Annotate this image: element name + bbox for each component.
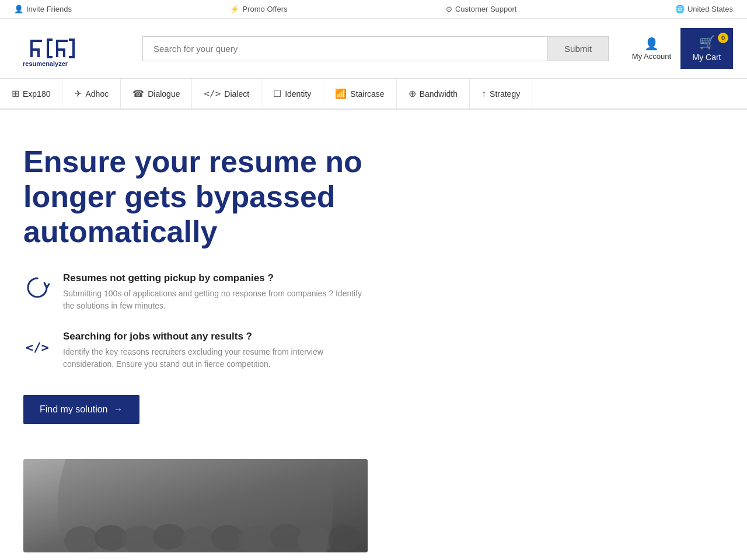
graduation-image xyxy=(23,459,368,552)
submit-button[interactable]: Submit xyxy=(547,36,609,61)
search-area: Submit xyxy=(142,36,609,61)
nav-bar: ⊞ Exp180 ✈ Adhoc ☎ Dialogue </> Dialect … xyxy=(0,79,747,110)
nav-item-strategy[interactable]: ↑ Strategy xyxy=(470,79,532,108)
feature-item-2: </> Searching for jobs without any resul… xyxy=(23,331,374,370)
adhoc-icon: ✈ xyxy=(74,88,82,99)
svg-rect-13 xyxy=(69,56,75,58)
feature-2-description: Identify the key reasons recruiters excl… xyxy=(63,346,374,370)
find-solution-button[interactable]: Find my solution → xyxy=(23,395,139,424)
region-selector[interactable]: 🌐 United States xyxy=(675,5,733,13)
promo-offers-link[interactable]: ⚡ Promo Offers xyxy=(230,5,287,13)
promo-icon: ⚡ xyxy=(230,5,239,13)
header-actions: 👤 My Account 0 🛒 My Cart xyxy=(632,28,733,69)
cart-label: My Cart xyxy=(693,52,721,62)
svg-rect-8 xyxy=(56,40,68,42)
svg-text:</>: </> xyxy=(26,340,49,355)
staircase-icon: 📶 xyxy=(335,88,347,99)
dialogue-icon: ☎ xyxy=(132,88,144,99)
feature-1-description: Submitting 100s of applications and gett… xyxy=(63,288,374,312)
feature-1-heading: Resumes not getting pickup by companies … xyxy=(63,272,374,284)
svg-rect-16 xyxy=(23,459,368,552)
svg-point-26 xyxy=(328,525,361,551)
svg-rect-1 xyxy=(30,40,42,42)
bandwidth-icon: ⊕ xyxy=(409,88,416,99)
nav-item-dialogue-label: Dialogue xyxy=(148,89,180,99)
svg-rect-11 xyxy=(72,38,75,58)
nav-item-adhoc[interactable]: ✈ Adhoc xyxy=(62,79,121,108)
svg-point-17 xyxy=(64,526,99,552)
hero-section: Ensure your resume no longer gets bypass… xyxy=(0,110,397,447)
cta-label: Find my solution xyxy=(40,404,108,415)
globe-icon: 🌐 xyxy=(675,5,685,13)
hero-title: Ensure your resume no longer gets bypass… xyxy=(23,145,374,249)
nav-item-identity[interactable]: ☐ Identity xyxy=(261,79,323,108)
svg-rect-5 xyxy=(47,38,53,41)
feature-2-heading: Searching for jobs without any results ? xyxy=(63,331,374,342)
svg-point-22 xyxy=(211,525,244,551)
feature-1-icon xyxy=(23,274,51,302)
nav-item-identity-label: Identity xyxy=(285,89,311,99)
nav-item-bandwidth-label: Bandwidth xyxy=(420,89,458,99)
my-account-link[interactable]: 👤 My Account xyxy=(632,37,671,61)
header: resumenalyzer Submit 👤 My Account 0 🛒 My… xyxy=(0,19,747,79)
nav-item-adhoc-label: Adhoc xyxy=(85,89,109,99)
nav-item-dialect-label: Dialect xyxy=(224,89,249,99)
cart-icon: 🛒 xyxy=(699,35,715,50)
feature-2-content: Searching for jobs without any results ?… xyxy=(63,331,374,370)
identity-icon: ☐ xyxy=(273,88,281,99)
arrow-right-icon: → xyxy=(114,404,123,415)
support-icon: ⊙ xyxy=(446,5,452,13)
nav-item-dialect[interactable]: </> Dialect xyxy=(192,79,261,108)
logo-image: resumenalyzer xyxy=(14,28,107,69)
svg-point-20 xyxy=(153,524,186,550)
nav-item-bandwidth[interactable]: ⊕ Bandwidth xyxy=(397,79,470,108)
svg-point-23 xyxy=(238,526,275,552)
svg-point-18 xyxy=(95,525,127,551)
top-bar: 👤 Invite Friends ⚡ Promo Offers ⊙ Custom… xyxy=(0,0,747,19)
nav-item-strategy-label: Strategy xyxy=(490,89,520,99)
logo-area[interactable]: resumenalyzer xyxy=(14,28,131,69)
customer-support-link[interactable]: ⊙ Customer Support xyxy=(446,5,517,13)
cart-count-badge: 0 xyxy=(718,33,728,43)
account-icon: 👤 xyxy=(644,37,659,51)
my-cart-button[interactable]: 0 🛒 My Cart xyxy=(680,28,733,69)
search-input[interactable] xyxy=(142,36,547,61)
svg-point-24 xyxy=(270,524,302,550)
svg-rect-3 xyxy=(37,48,40,57)
strategy-icon: ↑ xyxy=(481,89,486,99)
my-account-label: My Account xyxy=(632,52,671,61)
promo-offers-label: Promo Offers xyxy=(242,5,287,13)
region-label: United States xyxy=(687,5,733,13)
invite-icon: 👤 xyxy=(14,5,23,13)
nav-item-staircase[interactable]: 📶 Staircase xyxy=(323,79,396,108)
dialect-icon: </> xyxy=(204,88,221,99)
invite-friends-label: Invite Friends xyxy=(26,5,72,13)
svg-rect-6 xyxy=(47,56,53,58)
nav-item-staircase-label: Staircase xyxy=(350,89,384,99)
svg-point-19 xyxy=(121,526,159,552)
svg-rect-12 xyxy=(69,38,75,41)
feature-1-content: Resumes not getting pickup by companies … xyxy=(63,272,374,312)
svg-point-21 xyxy=(181,526,216,552)
nav-item-exp180-label: Exp180 xyxy=(23,89,50,99)
exp180-icon: ⊞ xyxy=(12,88,19,99)
svg-text:resumenalyzer: resumenalyzer xyxy=(23,60,68,67)
svg-point-25 xyxy=(298,526,333,552)
svg-rect-10 xyxy=(63,48,65,57)
svg-rect-4 xyxy=(47,38,49,58)
customer-support-label: Customer Support xyxy=(455,5,517,13)
invite-friends-link[interactable]: 👤 Invite Friends xyxy=(14,5,72,13)
nav-item-dialogue[interactable]: ☎ Dialogue xyxy=(121,79,192,108)
nav-item-exp180[interactable]: ⊞ Exp180 xyxy=(0,79,62,108)
feature-item-1: Resumes not getting pickup by companies … xyxy=(23,272,374,312)
feature-2-icon: </> xyxy=(23,332,51,360)
